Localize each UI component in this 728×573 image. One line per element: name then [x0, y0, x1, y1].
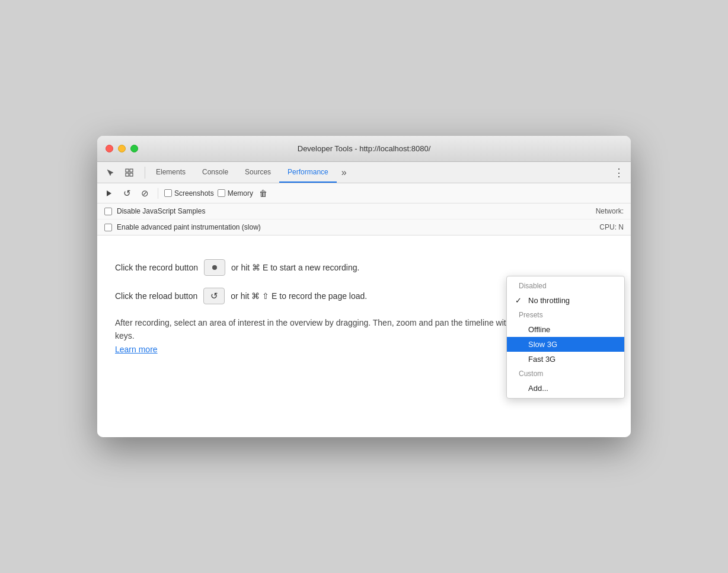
close-button[interactable]	[106, 145, 113, 152]
paint-checkbox[interactable]	[104, 224, 112, 231]
tab-performance[interactable]: Performance	[279, 162, 337, 183]
menu-presets-header: Presets	[507, 308, 624, 322]
svg-rect-0	[126, 169, 129, 172]
record-instruction-text: Click the record button	[115, 263, 198, 272]
devtools-window: Developer Tools - http://localhost:8080/…	[97, 136, 631, 437]
record-instruction: Click the record button or hit ⌘ E to st…	[115, 259, 613, 276]
svg-rect-3	[130, 173, 133, 176]
description-part2: keys.	[115, 331, 135, 340]
cpu-label: CPU: N	[599, 223, 624, 231]
cursor-icon[interactable]	[102, 164, 119, 181]
tab-divider	[145, 167, 145, 179]
menu-offline[interactable]: Offline	[507, 322, 624, 337]
record-shortcut-text: or hit ⌘ E to start a new recording.	[231, 263, 359, 272]
menu-no-throttling[interactable]: ✓ No throttling	[507, 293, 624, 308]
tab-sources[interactable]: Sources	[237, 162, 279, 183]
reload-shortcut-text: or hit ⌘ ⇧ E to record the page load.	[231, 291, 367, 301]
traffic-lights	[106, 145, 138, 152]
record-inline-button[interactable]	[204, 259, 225, 276]
menu-add[interactable]: Add...	[507, 381, 624, 396]
toolbar-separator-1	[158, 188, 158, 199]
menu-custom-header: Custom	[507, 367, 624, 381]
tab-bar: Elements Console Sources Performance » ⋮	[97, 162, 631, 183]
js-samples-checkbox[interactable]	[104, 208, 112, 215]
option-row-js-samples: Disable JavaScript Samples Network:	[97, 203, 631, 219]
inspect-icon[interactable]	[121, 164, 138, 181]
screenshots-group: Screenshots	[164, 189, 214, 198]
memory-group: Memory	[218, 189, 253, 198]
tab-bar-right: ⋮	[612, 165, 626, 180]
learn-more-link[interactable]: Learn more	[115, 345, 158, 354]
memory-checkbox[interactable]	[218, 189, 225, 197]
options-area: Disable JavaScript Samples Network: Enab…	[97, 203, 631, 235]
performance-toolbar: ↺ ⊘ Screenshots Memory 🗑	[97, 183, 631, 203]
main-content: Click the record button or hit ⌘ E to st…	[97, 235, 631, 437]
reload-instruction-text: Click the reload button	[115, 291, 197, 301]
svg-rect-2	[126, 173, 129, 176]
tab-elements[interactable]: Elements	[148, 162, 194, 183]
network-throttle-dropdown: Disabled ✓ No throttling Presets Offline…	[506, 276, 625, 399]
tabs-container: Elements Console Sources Performance »	[148, 162, 612, 183]
svg-rect-1	[130, 169, 133, 172]
checkmark-icon: ✓	[515, 296, 522, 305]
minimize-button[interactable]	[118, 145, 126, 152]
record-button[interactable]	[102, 186, 116, 200]
menu-disabled-header: Disabled	[507, 279, 624, 293]
maximize-button[interactable]	[130, 145, 138, 152]
memory-label: Memory	[228, 189, 253, 198]
tab-console[interactable]: Console	[194, 162, 237, 183]
js-samples-label: Disable JavaScript Samples	[117, 207, 591, 215]
devtools-menu-icon[interactable]: ⋮	[612, 165, 626, 180]
svg-marker-4	[107, 190, 111, 196]
reload-inline-button[interactable]: ↺	[203, 288, 225, 304]
menu-slow-3g[interactable]: Slow 3G	[507, 337, 624, 352]
tab-more-button[interactable]: »	[337, 162, 352, 183]
option-row-paint: Enable advanced paint instrumentation (s…	[97, 219, 631, 235]
clear-button[interactable]: 🗑	[259, 189, 267, 198]
menu-fast-3g[interactable]: Fast 3G	[507, 352, 624, 367]
paint-label: Enable advanced paint instrumentation (s…	[117, 223, 595, 231]
cancel-button[interactable]: ⊘	[138, 186, 152, 200]
tab-icon-group	[102, 164, 138, 181]
window-title: Developer Tools - http://localhost:8080/	[298, 144, 431, 153]
network-label: Network:	[596, 207, 624, 215]
title-bar: Developer Tools - http://localhost:8080/	[97, 136, 631, 162]
reload-button[interactable]: ↺	[120, 186, 134, 200]
svg-point-5	[212, 265, 217, 270]
screenshots-label: Screenshots	[174, 189, 214, 198]
screenshots-checkbox[interactable]	[164, 189, 172, 197]
